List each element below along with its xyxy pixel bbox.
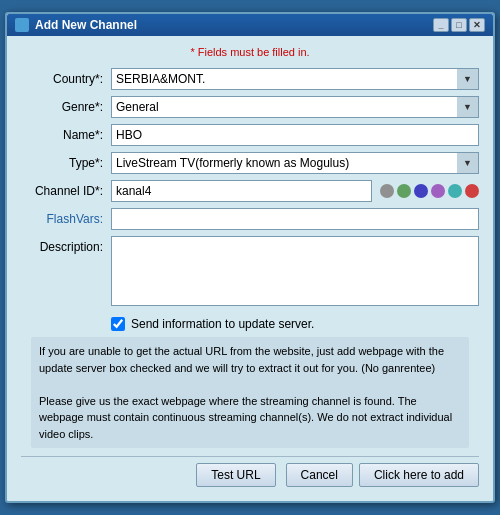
description-textarea[interactable] — [111, 236, 479, 306]
update-server-checkbox[interactable] — [111, 317, 125, 331]
green-dot[interactable] — [397, 184, 411, 198]
window-title: Add New Channel — [35, 18, 137, 32]
channel-id-input-group — [111, 180, 479, 202]
country-label: Country*: — [21, 72, 111, 86]
gray-dot[interactable] — [380, 184, 394, 198]
country-row: Country*: SERBIA&MONT. ▼ — [21, 68, 479, 90]
checkbox-label: Send information to update server. — [131, 317, 314, 331]
genre-row: Genre*: General ▼ — [21, 96, 479, 118]
button-row: Test URL Cancel Click here to add — [21, 456, 479, 491]
minimize-button[interactable]: _ — [433, 18, 449, 32]
title-bar: Add New Channel _ □ ✕ — [7, 14, 493, 36]
test-url-button[interactable]: Test URL — [196, 463, 275, 487]
type-label: Type*: — [21, 156, 111, 170]
flashvars-row: FlashVars: — [21, 208, 479, 230]
add-channel-window: Add New Channel _ □ ✕ * Fields must be f… — [5, 12, 495, 503]
cancel-button[interactable]: Cancel — [286, 463, 353, 487]
type-select-wrapper: LiveStream TV(formerly known as Mogulus)… — [111, 152, 479, 174]
info-text-2: Please give us the exact webpage where t… — [39, 395, 452, 440]
required-note: * Fields must be filled in. — [21, 46, 479, 58]
window-icon — [15, 18, 29, 32]
description-input-wrapper — [111, 236, 479, 309]
genre-select-wrapper: General ▼ — [111, 96, 479, 118]
color-dots — [380, 184, 479, 198]
description-row: Description: — [21, 236, 479, 309]
channel-id-label: Channel ID*: — [21, 184, 111, 198]
type-select[interactable]: LiveStream TV(formerly known as Mogulus) — [111, 152, 479, 174]
description-label: Description: — [21, 236, 111, 254]
name-row: Name*: — [21, 124, 479, 146]
info-text-1: If you are unable to get the actual URL … — [39, 345, 444, 374]
country-select[interactable]: SERBIA&MONT. — [111, 68, 479, 90]
form-content: * Fields must be filled in. Country*: SE… — [7, 36, 493, 501]
name-label: Name*: — [21, 128, 111, 142]
flashvars-input[interactable] — [111, 208, 479, 230]
purple-dot[interactable] — [431, 184, 445, 198]
title-controls: _ □ ✕ — [433, 18, 485, 32]
flashvars-label: FlashVars: — [21, 212, 111, 226]
checkbox-row: Send information to update server. — [111, 317, 479, 331]
genre-label: Genre*: — [21, 100, 111, 114]
country-select-wrapper: SERBIA&MONT. ▼ — [111, 68, 479, 90]
teal-dot[interactable] — [448, 184, 462, 198]
channel-id-row: Channel ID*: — [21, 180, 479, 202]
flashvars-input-wrapper — [111, 208, 479, 230]
add-button[interactable]: Click here to add — [359, 463, 479, 487]
close-button[interactable]: ✕ — [469, 18, 485, 32]
info-text: If you are unable to get the actual URL … — [31, 337, 469, 448]
maximize-button[interactable]: □ — [451, 18, 467, 32]
name-input[interactable] — [111, 124, 479, 146]
channel-id-input[interactable] — [111, 180, 372, 202]
blue-dot[interactable] — [414, 184, 428, 198]
red-dot[interactable] — [465, 184, 479, 198]
type-row: Type*: LiveStream TV(formerly known as M… — [21, 152, 479, 174]
genre-select[interactable]: General — [111, 96, 479, 118]
name-input-wrapper — [111, 124, 479, 146]
